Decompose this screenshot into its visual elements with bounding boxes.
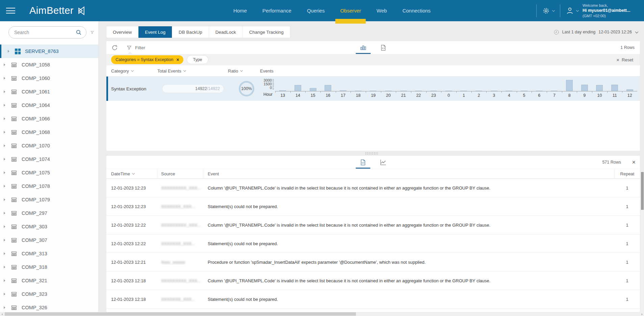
- sidebar-item-computer[interactable]: COMP_321: [0, 274, 98, 287]
- cell-source: XXXXXXX_XXX...: [157, 297, 203, 302]
- column-header-source[interactable]: Source: [157, 169, 203, 178]
- sidebar-item-computer[interactable]: COMP_303: [0, 220, 98, 233]
- expand-caret-icon[interactable]: [4, 131, 5, 134]
- summary-row-syntax-exception[interactable]: Syntax Exception 14922 / 14922 100% 3000…: [106, 77, 640, 101]
- nav-item[interactable]: Connections: [395, 0, 438, 21]
- expand-caret-icon[interactable]: [4, 63, 5, 66]
- expand-caret-icon[interactable]: [4, 77, 5, 80]
- sidebar-item-computer[interactable]: COMP_1058: [0, 58, 98, 71]
- column-header-total-events[interactable]: Total Events: [157, 68, 228, 74]
- sidebar-item-computer[interactable]: COMP_307: [0, 233, 98, 247]
- nav-item[interactable]: Observer: [332, 0, 369, 21]
- vertical-scrollbar[interactable]: [641, 171, 644, 312]
- sidebar-item-computer[interactable]: COMP_1074: [0, 152, 98, 166]
- chip-close-icon[interactable]: ×: [176, 57, 179, 62]
- expand-caret-icon[interactable]: [4, 279, 5, 282]
- column-header-event[interactable]: Event: [203, 169, 614, 178]
- expand-caret-icon[interactable]: [4, 239, 5, 241]
- user-icon: [566, 6, 574, 15]
- search-icon[interactable]: [75, 29, 82, 36]
- expand-caret-icon[interactable]: [8, 50, 9, 53]
- table-row[interactable]: 12-01-2023 12:23 XXXXXXXXX_XXX... Column…: [106, 179, 640, 197]
- expand-caret-icon[interactable]: [4, 158, 5, 161]
- expand-caret-icon[interactable]: [4, 185, 5, 188]
- filter-button[interactable]: Filter: [126, 45, 145, 51]
- sidebar-item-computer[interactable]: COMP_318: [0, 260, 98, 274]
- expand-caret-icon[interactable]: [4, 293, 5, 295]
- hour-tick-label: 8: [562, 91, 577, 98]
- expand-caret-icon[interactable]: [4, 252, 5, 255]
- user-menu[interactable]: [566, 6, 578, 15]
- sidebar-item-computer[interactable]: COMP_1066: [0, 112, 98, 125]
- sidebar-item-computer[interactable]: COMP_1079: [0, 193, 98, 206]
- scroll-right-arrow[interactable]: ›: [640, 312, 644, 316]
- filter-chip-categories[interactable]: Categories = Syntax Exception ×: [111, 55, 183, 64]
- expand-caret-icon[interactable]: [4, 225, 5, 228]
- table-row[interactable]: 12-01-2023 12:18 XXXXXXXXX_XXX... Column…: [106, 271, 640, 290]
- expand-caret-icon[interactable]: [4, 104, 5, 107]
- sidebar-item-computer[interactable]: COMP_1068: [0, 125, 98, 139]
- sort-chevron-icon: [132, 172, 135, 174]
- refresh-button[interactable]: [111, 44, 118, 51]
- sidebar-item-computer[interactable]: COMP_1061: [0, 85, 98, 98]
- sidebar-item-computer[interactable]: COMP_1064: [0, 98, 98, 112]
- cell-source: XXXXXXX_XXX...: [157, 241, 203, 246]
- horizontal-scrollbar[interactable]: ‹ ›: [0, 312, 644, 316]
- expand-caret-icon[interactable]: [4, 306, 5, 309]
- code-view-button[interactable]: [358, 156, 368, 169]
- chart-view-button[interactable]: [358, 41, 369, 54]
- date-range-picker[interactable]: Last 1 day ending 12-01-2023 12:26: [553, 29, 638, 35]
- sidebar-item-computer[interactable]: COMP_1078: [0, 179, 98, 193]
- column-header-ratio[interactable]: Ratio: [228, 68, 260, 74]
- close-panel-button[interactable]: ×: [632, 156, 636, 169]
- tab[interactable]: Change Tracking: [243, 26, 290, 38]
- scrollbar-thumb[interactable]: [641, 172, 644, 210]
- tab[interactable]: Overview: [106, 26, 138, 38]
- expand-caret-icon[interactable]: [4, 117, 5, 120]
- sidebar-item-server[interactable]: SERVER_8763: [0, 45, 98, 58]
- expand-caret-icon[interactable]: [4, 198, 5, 201]
- brand-name: AimBetter: [29, 5, 74, 16]
- filter-chip-type[interactable]: Type: [187, 55, 208, 64]
- table-row[interactable]: 12-01-2023 12:22 XXXXXXX_XXX... Statemen…: [106, 234, 640, 253]
- nav-item[interactable]: Queries: [299, 0, 333, 21]
- tab[interactable]: DB BackUp: [172, 26, 209, 38]
- tab[interactable]: DeadLock: [209, 26, 243, 38]
- code-view-button[interactable]: [378, 41, 389, 54]
- total-current: 14922: [195, 86, 207, 91]
- settings-menu[interactable]: [542, 7, 555, 15]
- table-row[interactable]: 12-01-2023 12:22 XXXXXXXXX_XXX... Column…: [106, 216, 640, 234]
- sidebar-item-computer[interactable]: COMP_323: [0, 287, 98, 301]
- expand-caret-icon[interactable]: [4, 171, 5, 174]
- search-box[interactable]: [8, 26, 86, 38]
- column-header-datetime[interactable]: DateTime: [106, 169, 157, 178]
- search-input[interactable]: [14, 30, 75, 35]
- cell-datetime: 12-01-2023 12:23: [106, 185, 157, 191]
- line-chart-view-button[interactable]: [378, 156, 389, 169]
- sidebar-item-computer[interactable]: COMP_1075: [0, 166, 98, 179]
- tab[interactable]: Event Log: [138, 26, 172, 38]
- table-row[interactable]: 12-01-2023 12:18 XXXXXXX_XXX... Statemen…: [106, 290, 640, 309]
- nav-item[interactable]: Performance: [255, 0, 299, 21]
- sidebar-item-computer[interactable]: COMP_1060: [0, 71, 98, 85]
- sidebar-item-computer[interactable]: COMP_1070: [0, 139, 98, 152]
- panel-resize-handle[interactable]: [365, 152, 378, 155]
- nav-item[interactable]: Home: [226, 0, 255, 21]
- expand-caret-icon[interactable]: [4, 90, 5, 93]
- expand-caret-icon[interactable]: [4, 144, 5, 147]
- nav-item[interactable]: Web: [369, 0, 395, 21]
- expand-caret-icon[interactable]: [4, 266, 5, 268]
- scrollbar-thumb[interactable]: [5, 312, 356, 316]
- hamburger-menu-icon[interactable]: [6, 6, 15, 16]
- table-row[interactable]: 12-01-2023 12:23 XXXXXXX_XXX... Statemen…: [106, 197, 640, 216]
- tree-filter-funnel-icon[interactable]: [90, 29, 94, 36]
- expand-caret-icon[interactable]: [4, 212, 5, 214]
- sidebar-item-computer[interactable]: COMP_297: [0, 206, 98, 220]
- scroll-left-arrow[interactable]: ‹: [0, 312, 4, 316]
- reset-filters-button[interactable]: × Reset: [616, 57, 633, 63]
- column-header-repeat[interactable]: Repeat: [614, 169, 640, 178]
- brand-logo[interactable]: AimBetter: [29, 5, 85, 17]
- sidebar-item-computer[interactable]: COMP_313: [0, 247, 98, 260]
- table-row[interactable]: 12-01-2023 12:21 Xxxx_xxxxxx Procedure o…: [106, 253, 640, 271]
- column-header-category[interactable]: Category: [106, 68, 157, 74]
